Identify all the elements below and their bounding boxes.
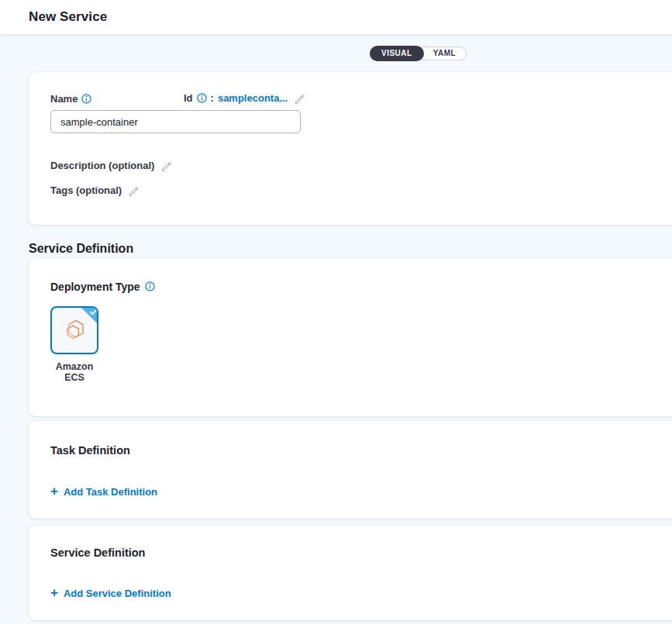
id-separator: : <box>211 92 214 104</box>
info-icon[interactable] <box>145 281 155 291</box>
name-label-wrap: Name <box>50 91 184 105</box>
info-icon[interactable] <box>197 93 207 103</box>
toggle-row: VISUAL YAML <box>0 35 672 72</box>
service-definition-section-title: Service Definition <box>29 242 672 255</box>
check-icon <box>89 308 98 316</box>
page-header: New Service <box>0 0 672 35</box>
plus-icon: + <box>50 588 58 598</box>
description-label: Description (optional) <box>50 160 171 171</box>
deployment-option-amazon-ecs: Amazon ECS <box>50 306 98 383</box>
description-row: Description (optional) <box>50 158 658 170</box>
tags-label-text: Tags (optional) <box>50 184 122 196</box>
edit-id-pencil-icon[interactable] <box>294 93 305 104</box>
add-service-definition-label: Add Service Definition <box>64 588 171 599</box>
name-id-row: Name Id : sampleconta... <box>50 92 658 104</box>
description-label-text: Description (optional) <box>50 160 154 171</box>
info-icon[interactable] <box>81 94 91 104</box>
add-task-definition-label: Add Task Definition <box>64 486 157 498</box>
tags-label: Tags (optional) <box>50 184 139 196</box>
deployment-type-card: Deployment Type <box>29 258 672 416</box>
visual-yaml-toggle: VISUAL YAML <box>370 47 467 60</box>
deployment-type-title: Deployment Type <box>50 281 140 293</box>
service-definition-card: Service Definition + Add Service Definit… <box>29 526 672 620</box>
deployment-type-title-row: Deployment Type <box>50 281 658 292</box>
id-row: Id : sampleconta... <box>184 92 305 104</box>
plus-icon: + <box>50 486 58 497</box>
toggle-visual[interactable]: VISUAL <box>370 46 424 61</box>
add-service-definition-button[interactable]: + Add Service Definition <box>50 587 171 599</box>
amazon-ecs-label-line2: ECS <box>50 372 98 383</box>
task-definition-card: Task Definition + Add Task Definition <box>29 421 672 519</box>
name-label: Name <box>50 93 91 105</box>
id-value-link[interactable]: sampleconta... <box>218 92 288 104</box>
task-definition-title: Task Definition <box>50 444 658 457</box>
service-name-input[interactable] <box>50 110 301 133</box>
page-title: New Service <box>29 9 107 25</box>
amazon-ecs-icon <box>59 315 90 346</box>
amazon-ecs-label-line1: Amazon <box>50 361 98 372</box>
service-definition-title: Service Definition <box>50 546 658 559</box>
bottom-strip <box>0 620 672 624</box>
edit-tags-pencil-icon[interactable] <box>128 185 139 196</box>
name-label-text: Name <box>50 93 78 105</box>
id-label: Id <box>184 92 193 104</box>
edit-description-pencil-icon[interactable] <box>160 160 171 171</box>
amazon-ecs-label: Amazon ECS <box>50 361 98 383</box>
service-about-card: Name Id : sampleconta... <box>29 72 672 225</box>
toggle-yaml[interactable]: YAML <box>423 47 466 60</box>
tags-row: Tags (optional) <box>50 183 658 195</box>
amazon-ecs-tile[interactable] <box>50 306 98 354</box>
add-task-definition-button[interactable]: + Add Task Definition <box>50 485 157 498</box>
